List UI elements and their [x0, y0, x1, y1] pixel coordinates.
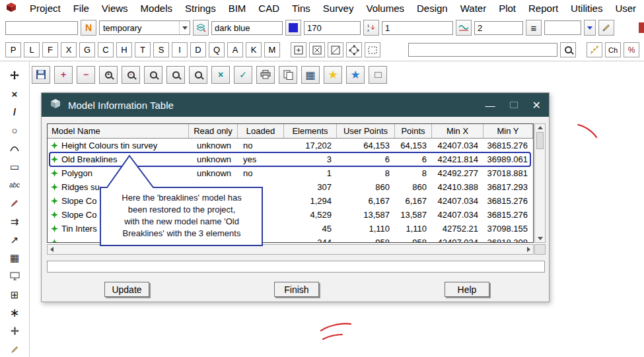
zoom-search-button[interactable] — [166, 66, 185, 84]
menu-file[interactable]: File — [73, 3, 89, 14]
help-button[interactable]: Help — [445, 282, 489, 297]
snap-button-f[interactable]: F — [42, 42, 58, 57]
snap-button-g[interactable]: G — [79, 42, 95, 57]
snap-button-x[interactable]: X — [61, 42, 77, 57]
combo-dropdown-button[interactable] — [584, 20, 596, 36]
menu-utilities[interactable]: Utilities — [571, 3, 602, 14]
dialog-message-field[interactable] — [47, 261, 545, 273]
col-user-points[interactable]: User Points — [337, 124, 395, 138]
dialog-titlebar[interactable]: Model Information Table — ✕ — [42, 93, 549, 117]
menu-report[interactable]: Report — [528, 3, 558, 14]
col-points[interactable]: Points — [395, 124, 432, 138]
text-tool[interactable]: abc — [5, 178, 24, 193]
rectangle-tool[interactable]: ▭ — [5, 159, 24, 174]
colour-swatch-button[interactable] — [285, 20, 301, 36]
col-read-only[interactable]: Read only — [189, 124, 238, 138]
line-tool[interactable]: / — [5, 104, 24, 119]
line-snap-button[interactable] — [328, 42, 343, 57]
scroll-down-icon[interactable] — [538, 237, 543, 240]
menu-cad[interactable]: CAD — [258, 3, 279, 14]
search-button[interactable] — [560, 42, 576, 57]
zoom-circle-button[interactable] — [144, 66, 162, 84]
grid-tool[interactable]: ▦ — [5, 251, 24, 266]
table-button[interactable]: ▦ — [301, 66, 320, 84]
screen-tool[interactable] — [5, 269, 24, 284]
text-style-button[interactable]: N — [81, 20, 96, 36]
magnifier-button[interactable] — [189, 66, 207, 84]
scroll-left-icon[interactable] — [50, 247, 54, 252]
group-input[interactable] — [474, 21, 523, 35]
menu-models[interactable]: Models — [141, 3, 172, 14]
scroll-up-icon[interactable] — [538, 126, 543, 129]
empty-combo[interactable] — [544, 20, 581, 35]
scrollbar-thumb[interactable] — [536, 132, 544, 149]
col-elements[interactable]: Elements — [284, 124, 337, 138]
chevron-down-icon[interactable] — [179, 21, 190, 34]
snap-button-i[interactable]: I — [172, 42, 188, 57]
menu-views[interactable]: Views — [102, 3, 128, 14]
model-combo[interactable]: temporary — [99, 20, 190, 35]
copy-button[interactable] — [279, 66, 297, 84]
snap-button-s[interactable]: S — [153, 42, 169, 57]
menu-tins[interactable]: Tins — [292, 3, 310, 14]
scroll-right-icon[interactable] — [527, 247, 530, 252]
snap-button-p[interactable]: P — [5, 42, 21, 57]
add-button[interactable]: + — [54, 66, 73, 84]
wave-button[interactable] — [456, 20, 472, 36]
cad-text-input[interactable] — [5, 21, 78, 35]
zoom-in-button[interactable] — [99, 66, 118, 84]
arrow-tool[interactable]: ↗ — [5, 232, 24, 247]
menu-plot[interactable]: Plot — [499, 3, 516, 14]
menu-user[interactable]: User — [615, 3, 636, 14]
minimize-icon[interactable]: — — [485, 100, 495, 111]
pencil-button[interactable] — [598, 20, 614, 36]
snap-button-l[interactable]: L — [24, 42, 40, 57]
save-button[interactable] — [32, 66, 50, 84]
profile-button[interactable] — [587, 42, 602, 57]
menu-strings[interactable]: Strings — [185, 3, 216, 14]
menu-survey[interactable]: Survey — [323, 3, 354, 14]
menu-water[interactable]: Water — [460, 3, 486, 14]
sort-z-button[interactable]: 1z — [363, 20, 379, 36]
snap-button-h[interactable]: H — [116, 42, 132, 57]
pan-tool[interactable] — [5, 68, 24, 83]
cross-button[interactable]: × — [211, 66, 230, 84]
remove-button[interactable]: − — [77, 66, 95, 84]
close-icon[interactable]: ✕ — [532, 99, 541, 112]
ellipse-tool[interactable]: ○ — [5, 123, 24, 138]
colour-input[interactable] — [211, 21, 283, 35]
menu-design[interactable]: Design — [417, 3, 448, 14]
col-model-name[interactable]: Model Name — [48, 124, 189, 138]
delete-tool[interactable]: × — [5, 86, 24, 102]
snap-button-d[interactable]: D — [190, 42, 206, 57]
move-tool[interactable] — [5, 324, 24, 339]
model-stack-button[interactable] — [193, 20, 209, 36]
lines-button[interactable]: ≡ — [526, 20, 542, 36]
window-tool[interactable]: ⊞ — [5, 287, 24, 302]
col-min-y[interactable]: Min Y — [483, 124, 533, 138]
chainage-button[interactable]: Ch — [605, 42, 621, 57]
no-snap-button[interactable] — [309, 42, 325, 57]
snap-button-c[interactable]: C — [98, 42, 114, 57]
finish-button[interactable]: Finish — [274, 282, 319, 297]
snap-button-t[interactable]: T — [135, 42, 151, 57]
col-min-x[interactable]: Min X — [432, 124, 483, 138]
maximize-icon[interactable] — [510, 102, 518, 108]
circle-snap-button[interactable] — [346, 42, 362, 57]
snap-button-k[interactable]: K — [246, 42, 262, 57]
snap-button-q[interactable]: Q — [209, 42, 225, 57]
col-loaded[interactable]: Loaded — [238, 124, 284, 138]
brush-tool[interactable] — [5, 196, 24, 211]
check-button[interactable]: ✓ — [234, 66, 252, 84]
favourite-blue-button[interactable]: ★ — [346, 66, 365, 84]
percent-edit-button[interactable]: % — [624, 42, 639, 57]
table-row[interactable]: Height Colours tin survey unknown no 17,… — [48, 139, 533, 152]
menu-bim[interactable]: BIM — [229, 3, 246, 14]
parallel-tool[interactable]: ⇉ — [5, 214, 24, 230]
print-button[interactable] — [256, 66, 275, 84]
pencil-tool[interactable] — [5, 342, 24, 357]
snap-button-m[interactable]: M — [264, 42, 280, 57]
text-height-input[interactable] — [304, 21, 361, 35]
vertical-scrollbar[interactable] — [534, 123, 546, 243]
snap-button-a[interactable]: A — [227, 42, 243, 57]
